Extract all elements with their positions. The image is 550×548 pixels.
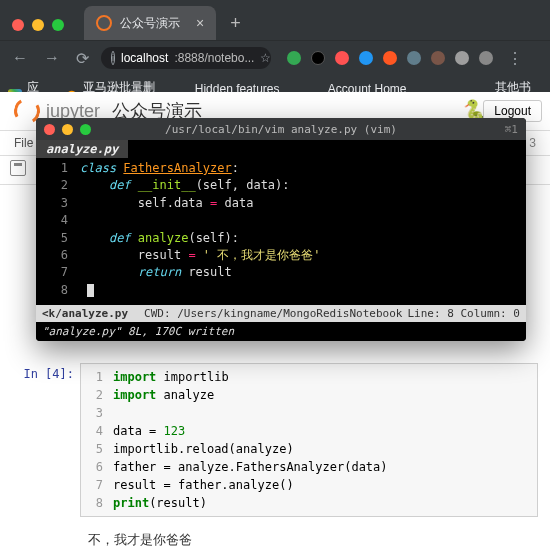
maximize-window-icon[interactable] xyxy=(52,19,64,31)
close-window-icon[interactable] xyxy=(12,19,24,31)
vim-terminal-window: /usr/local/bin/vim analyze.py (vim) ⌘1 a… xyxy=(36,118,526,341)
tab-title: 公众号演示 xyxy=(120,15,180,32)
vim-shortcut-label: ⌘1 xyxy=(505,123,518,136)
vim-statusline: <k/analyze.py CWD: /Users/kingname/Mongo… xyxy=(36,305,526,322)
close-icon[interactable] xyxy=(44,124,55,135)
site-info-icon[interactable]: i xyxy=(111,51,115,65)
menu-file[interactable]: File xyxy=(10,133,37,153)
extension-icon[interactable] xyxy=(407,51,421,65)
vim-tabline: analyze.py xyxy=(36,140,526,158)
extension-icon[interactable] xyxy=(359,51,373,65)
window-controls: 公众号演示 × + xyxy=(0,0,550,40)
vim-buffer[interactable]: 1class FathersAnalyzer: 2 def __init__(s… xyxy=(36,158,526,305)
extension-icon[interactable] xyxy=(455,51,469,65)
extension-icon[interactable] xyxy=(431,51,445,65)
url-rest: :8888/notebo... xyxy=(174,51,254,65)
code-input[interactable]: 1import importlib2import analyze34data =… xyxy=(80,363,538,517)
browser-tab[interactable]: 公众号演示 × xyxy=(84,6,216,40)
address-bar: ← → ⟳ i localhost:8888/notebo... ☆ ⋮ xyxy=(0,40,550,75)
new-tab-button[interactable]: + xyxy=(230,13,241,34)
minimize-window-icon[interactable] xyxy=(32,19,44,31)
vim-titlebar[interactable]: /usr/local/bin/vim analyze.py (vim) ⌘1 xyxy=(36,118,526,140)
vim-cursor xyxy=(87,284,94,297)
extension-icon[interactable] xyxy=(287,51,301,65)
minimize-icon[interactable] xyxy=(62,124,73,135)
browser-chrome: 公众号演示 × + ← → ⟳ i localhost:8888/notebo.… xyxy=(0,0,550,92)
url-host: localhost xyxy=(121,51,168,65)
extension-icon[interactable] xyxy=(335,51,349,65)
vim-tab[interactable]: analyze.py xyxy=(36,140,128,158)
extension-icon[interactable] xyxy=(383,51,397,65)
input-prompt: In [4]: xyxy=(12,363,80,517)
bookmark-star-icon[interactable]: ☆ xyxy=(260,51,271,65)
vim-window-title: /usr/local/bin/vim analyze.py (vim) xyxy=(36,123,526,136)
jupyter-favicon-icon xyxy=(96,15,112,31)
extension-icon[interactable] xyxy=(479,51,493,65)
back-button[interactable]: ← xyxy=(8,49,32,67)
close-tab-icon[interactable]: × xyxy=(196,15,204,31)
notebook-area: In [4]: 1import importlib2import analyze… xyxy=(0,355,550,548)
reload-button[interactable]: ⟳ xyxy=(72,49,93,68)
browser-menu-button[interactable]: ⋮ xyxy=(507,49,521,68)
vim-message: "analyze.py" 8L, 170C written xyxy=(36,322,526,341)
cell-output: 不，我才是你爸爸 xyxy=(12,525,538,548)
forward-button[interactable]: → xyxy=(40,49,64,67)
save-icon[interactable] xyxy=(10,160,26,176)
extension-icons xyxy=(287,51,493,65)
url-input[interactable]: i localhost:8888/notebo... ☆ xyxy=(101,47,271,69)
extension-icon[interactable] xyxy=(311,51,325,65)
maximize-icon[interactable] xyxy=(80,124,91,135)
code-cell[interactable]: In [4]: 1import importlib2import analyze… xyxy=(12,363,538,517)
